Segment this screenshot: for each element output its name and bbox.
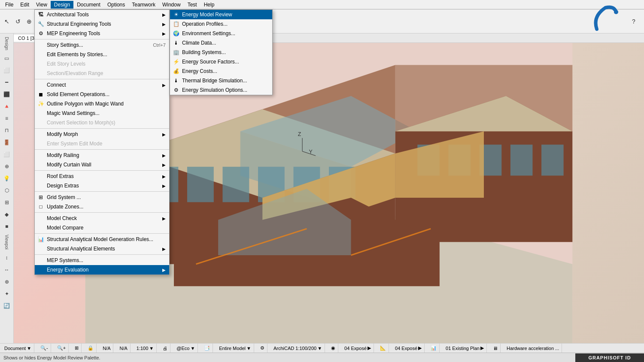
dm-update-zones[interactable]: □ Update Zones... [35, 202, 169, 211]
solid-element-icon: ◼ [37, 91, 44, 98]
dm-structural-engineering-tools[interactable]: 🔧 Structural Engineering Tools ▶ [35, 19, 169, 29]
structural-engineering-arrow: ▶ [162, 22, 166, 27]
energy-evaluation-arrow: ▶ [162, 268, 166, 272]
dm-magic-wand-settings[interactable]: Magic Wand Settings... [35, 109, 169, 118]
mep-engineering-label: MEP Engineering Tools [47, 30, 162, 36]
building-systems-label: Building Systems... [182, 49, 226, 55]
edit-elements-label: Edit Elements by Stories... [47, 51, 166, 57]
edit-story-levels-label: Edit Story Levels [47, 61, 166, 67]
dm-mep-engineering-tools[interactable]: ⚙ MEP Engineering Tools ▶ [35, 29, 169, 38]
modify-curtain-wall-label: Modify Curtain Wall [47, 162, 162, 168]
dm-sep1 [35, 39, 169, 39]
esm-energy-model-review[interactable]: ☀ Energy Model Review [170, 10, 272, 19]
model-check-label: Model Check [47, 215, 162, 221]
convert-selection-label: Convert Selection to Morph(s) [47, 120, 166, 126]
dm-sep7 [35, 212, 169, 213]
dm-energy-evaluation[interactable]: Energy Evaluation ▶ [35, 265, 169, 275]
structural-analytical-icon: 📊 [37, 236, 44, 243]
dm-convert-selection: Convert Selection to Morph(s) [35, 118, 169, 127]
esm-thermal-bridge-simulation[interactable]: 🌡 Thermal Bridge Simulation... [170, 76, 272, 85]
model-compare-label: Model Compare [47, 225, 166, 231]
structural-analytical-elements-label: Structural Analytical Elements [47, 246, 162, 252]
dm-roof-extras[interactable]: Roof Extras ▶ [35, 172, 169, 181]
dm-sep3 [35, 128, 169, 129]
grid-system-icon: ⊞ [37, 194, 44, 201]
operation-profiles-icon: 📋 [173, 21, 179, 27]
climate-data-label: Climate Data... [182, 40, 216, 46]
dm-structural-analytical-elements[interactable]: Structural Analytical Elements ▶ [35, 244, 169, 253]
connect-label: Connect [47, 82, 162, 88]
esm-building-systems[interactable]: 🏢 Building Systems... [170, 48, 272, 57]
dm-sep2 [35, 79, 169, 79]
energy-costs-icon: 💰 [173, 68, 179, 75]
design-extras-label: Design Extras [47, 183, 162, 189]
environment-settings-label: Environment Settings... [182, 30, 235, 36]
dm-grid-system[interactable]: ⊞ Grid System ... [35, 193, 169, 202]
story-settings-shortcut: Ctrl+7 [153, 42, 166, 48]
building-systems-icon: 🏢 [173, 49, 179, 56]
modify-morph-label: Modify Morph [47, 131, 162, 137]
model-check-arrow: ▶ [162, 216, 166, 221]
section-elevation-label: Section/Elevation Range [47, 70, 166, 76]
grid-system-label: Grid System ... [47, 194, 166, 200]
energy-evaluation-label: Energy Evaluation [47, 267, 162, 273]
energy-evaluation-submenu: ☀ Energy Model Review 📋 Operation Profil… [170, 9, 273, 95]
outline-polygon-label: Outline Polygon with Magic Wand [47, 101, 166, 107]
esm-energy-costs[interactable]: 💰 Energy Costs... [170, 66, 272, 76]
dm-sep9 [35, 254, 169, 255]
dm-edit-elements-by-stories[interactable]: Edit Elements by Stories... [35, 50, 169, 59]
esm-operation-profiles[interactable]: 📋 Operation Profiles... [170, 19, 272, 29]
magic-wand-label: Magic Wand Settings... [47, 110, 166, 116]
modify-morph-arrow: ▶ [162, 132, 166, 137]
energy-source-factors-icon: ⚡ [173, 58, 179, 65]
dm-outline-polygon[interactable]: ✨ Outline Polygon with Magic Wand [35, 99, 169, 109]
dm-connect[interactable]: Connect ▶ [35, 80, 169, 90]
dm-sep5 [35, 170, 169, 171]
update-zones-label: Update Zones... [47, 204, 166, 210]
architectural-tools-icon: 🏗 [37, 11, 44, 18]
dm-mep-systems[interactable]: MEP Systems... [35, 256, 169, 265]
dm-model-compare[interactable]: Model Compare [35, 223, 169, 232]
modify-railing-arrow: ▶ [162, 153, 166, 158]
dm-modify-morph[interactable]: Modify Morph ▶ [35, 130, 169, 139]
esm-climate-data[interactable]: 🌡 Climate Data... [170, 38, 272, 48]
architectural-tools-arrow: ▶ [162, 12, 166, 17]
dm-enter-system-edit: Enter System Edit Mode [35, 139, 169, 148]
thermal-bridge-label: Thermal Bridge Simulation... [182, 78, 247, 84]
dm-story-settings[interactable]: Story Settings... Ctrl+7 [35, 40, 169, 50]
mep-engineering-icon: ⚙ [37, 30, 44, 37]
dm-solid-element-operations[interactable]: ◼ Solid Element Operations... [35, 90, 169, 99]
dm-design-extras[interactable]: Design Extras ▶ [35, 181, 169, 190]
esm-energy-simulation-options[interactable]: ⚙ Energy Simulation Options... [170, 85, 272, 95]
dm-architectural-tools[interactable]: 🏗 Architectural Tools ▶ [35, 10, 169, 19]
connect-arrow: ▶ [162, 83, 166, 87]
dm-section-elevation-range: Section/Elevation Range [35, 69, 169, 78]
dm-modify-railing[interactable]: Modify Railing ▶ [35, 151, 169, 160]
dm-model-check[interactable]: Model Check ▶ [35, 214, 169, 223]
structural-engineering-icon: 🔧 [37, 21, 44, 27]
esm-energy-source-factors[interactable]: ⚡ Energy Source Factors... [170, 57, 272, 66]
modify-curtain-wall-arrow: ▶ [162, 163, 166, 167]
architectural-tools-label: Architectural Tools [47, 12, 162, 18]
roof-extras-arrow: ▶ [162, 174, 166, 179]
outline-polygon-icon: ✨ [37, 100, 44, 107]
climate-data-icon: 🌡 [173, 39, 179, 46]
dm-edit-story-levels: Edit Story Levels [35, 59, 169, 69]
environment-settings-icon: 🌍 [173, 30, 179, 37]
mep-systems-label: MEP Systems... [47, 257, 166, 263]
dm-structural-analytical-model[interactable]: 📊 Structural Analytical Model Generation… [35, 235, 169, 244]
structural-engineering-label: Structural Engineering Tools [47, 21, 162, 27]
energy-model-review-icon: ☀ [173, 11, 179, 18]
dm-modify-curtain-wall[interactable]: Modify Curtain Wall ▶ [35, 160, 169, 169]
esm-environment-settings[interactable]: 🌍 Environment Settings... [170, 29, 272, 38]
update-zones-icon: □ [37, 203, 44, 210]
story-settings-label: Story Settings... [47, 42, 153, 48]
thermal-bridge-icon: 🌡 [173, 77, 179, 84]
enter-system-edit-label: Enter System Edit Mode [47, 141, 166, 147]
design-menu: 🏗 Architectural Tools ▶ 🔧 Structural Eng… [34, 9, 170, 275]
roof-extras-label: Roof Extras [47, 173, 162, 179]
dm-sep4 [35, 149, 169, 150]
energy-simulation-label: Energy Simulation Options... [182, 87, 247, 93]
design-extras-arrow: ▶ [162, 184, 166, 188]
mep-engineering-arrow: ▶ [162, 31, 166, 36]
